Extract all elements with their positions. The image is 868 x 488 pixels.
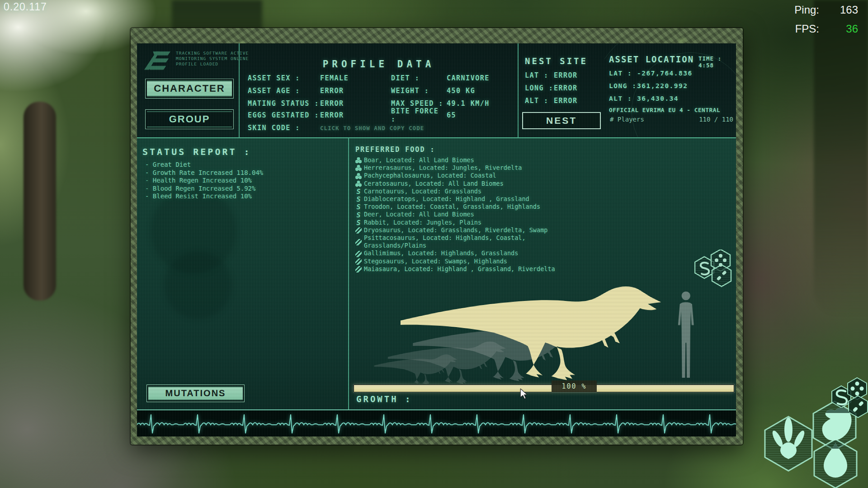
food-type-icon xyxy=(355,204,362,210)
status-report-list: Great DietGrowth Rate Increased 118.04%H… xyxy=(145,161,263,201)
ping-label: Ping: xyxy=(794,4,819,16)
asset-sex-value: FEMALE xyxy=(320,74,349,82)
food-type-icon xyxy=(355,196,362,202)
header-section: TRACKING SOFTWARE ACTIVE MONITORING SYST… xyxy=(137,43,736,138)
status-report-pane: STATUS REPORT : Great DietGrowth Rate In… xyxy=(137,138,347,410)
preferred-food-item: Psittacosaurus, Located: Highlands, Coas… xyxy=(355,234,580,249)
food-item-text: Rabbit, Located: Jungles, Plains xyxy=(364,219,481,226)
hanging-foliage xyxy=(814,0,868,316)
tracker-status-lines: TRACKING SOFTWARE ACTIVE MONITORING SYST… xyxy=(176,51,249,71)
asset-age-label: ASSET AGE : xyxy=(248,87,320,95)
players-label: # Players xyxy=(610,116,644,123)
preferred-food-item: Troodon, Located: Coastal, Grasslands, H… xyxy=(355,203,580,211)
asset-time: TIME : 4:58 xyxy=(698,55,736,69)
diet-value: CARNIVORE xyxy=(447,74,490,82)
food-item-text: Carnotaurus, Located: Grasslands xyxy=(364,188,481,195)
food-type-icon xyxy=(355,258,362,265)
status-report-item: Growth Rate Increased 118.04% xyxy=(145,169,263,177)
growth-progress-fill xyxy=(354,385,734,392)
asset-alt-value: 36,430.34 xyxy=(637,95,679,102)
nest-alt-label: ALT : xyxy=(525,97,554,105)
body-section: STATUS REPORT : Great DietGrowth Rate In… xyxy=(137,138,736,410)
fps-value: 36 xyxy=(835,23,858,35)
food-item-text: Stegosaurus, Located: Swamps, Highlands xyxy=(364,258,507,265)
bite-force-value: 65 xyxy=(447,111,456,119)
cluster-dots-icon xyxy=(715,254,726,267)
preferred-food-item: Boar, Located: All Land Biomes xyxy=(355,156,580,164)
character-tab-button[interactable]: CHARACTER xyxy=(145,79,234,99)
game-version: 0.20.117 xyxy=(4,1,47,13)
skin-code-label: SKIN CODE : xyxy=(248,124,320,132)
preferred-food-item: Gallimimus, Located: Highlands, Grasslan… xyxy=(355,249,580,257)
preferred-food-item: Maiasaura, Located: Highland , Grassland… xyxy=(355,265,580,273)
status-report-title: STATUS REPORT : xyxy=(142,146,251,157)
nest-long-value: ERROR xyxy=(554,84,578,92)
tracker-panel-frame: TRACKING SOFTWARE ACTIVE MONITORING SYST… xyxy=(131,28,743,445)
mutations-button-label: MUTATIONS xyxy=(148,386,243,400)
food-item-text: Ceratosaurus, Located: All Land Biomes xyxy=(364,180,504,188)
nest-site-section: NEST SITE LAT :ERROR LONG :ERROR ALT :ER… xyxy=(518,43,604,137)
food-item-text: Dryosaurus, Located: Grasslands, Riverde… xyxy=(364,226,547,234)
status-report-item: Health Regen Increased 10% xyxy=(145,177,263,185)
cluster-diet-hex xyxy=(711,249,730,271)
food-item-text: Maiasaura, Located: Highland , Grassland… xyxy=(364,265,555,273)
character-tab-label: CHARACTER xyxy=(147,80,232,97)
tracker-screen: TRACKING SOFTWARE ACTIVE MONITORING SYST… xyxy=(137,43,736,436)
food-and-growth-pane: PREFERRED FOOD : Boar, Located: All Land… xyxy=(348,138,736,410)
asset-lat-value: -267,764.836 xyxy=(637,70,693,77)
asset-lat-label: LAT : xyxy=(609,70,637,77)
profile-data-title: PROFILE DATA xyxy=(240,59,518,70)
max-speed-label: MAX SPEED : xyxy=(391,99,447,108)
preferred-food-item: Carnotaurus, Located: Grasslands xyxy=(355,188,580,195)
asset-long-label: LONG : xyxy=(609,82,637,89)
preferred-food-item: Rabbit, Located: Jungles, Plains xyxy=(355,219,580,226)
mouse-cursor xyxy=(519,389,529,399)
nest-button-label: NEST xyxy=(524,114,599,127)
food-item-text: Pachycephalosaurus, Located: Coastal xyxy=(364,172,496,179)
food-item-text: Deer, Located: All Land Biomes xyxy=(364,211,474,218)
preferred-food-item: Pachycephalosaurus, Located: Coastal xyxy=(355,172,580,179)
preferred-food-item: Herrerasaurus, Located: Jungles, Riverde… xyxy=(355,164,580,172)
food-type-icon xyxy=(355,165,362,171)
mutations-button[interactable]: MUTATIONS xyxy=(146,385,245,402)
food-item-text: Gallimimus, Located: Highlands, Grasslan… xyxy=(364,249,518,257)
food-type-icon xyxy=(355,212,362,218)
growth-progress-bar xyxy=(354,385,734,392)
meat-squiggle-icon xyxy=(701,263,709,274)
skin-code-value[interactable]: CLICK TO SHOW AND COPY CODE xyxy=(320,125,424,131)
human-scale-silhouette xyxy=(678,291,694,378)
nest-button[interactable]: NEST xyxy=(522,112,601,129)
heartbeat-monitor-strip xyxy=(137,409,736,436)
asset-age-value: ERROR xyxy=(320,87,344,95)
food-type-icon xyxy=(355,239,362,245)
server-name: OFFICIAL EVRIMA EU 4 - CENTRAL xyxy=(609,107,720,113)
food-item-text: Boar, Located: All Land Biomes xyxy=(364,156,474,164)
food-type-icon xyxy=(355,266,362,272)
food-item-text: Diabloceratops, Located: Highland , Gras… xyxy=(364,195,529,203)
asset-location-section: ASSET LOCATION TIME : 4:58 LAT :-267,764… xyxy=(604,43,736,137)
growth-label: GROWTH : xyxy=(356,394,412,404)
nest-lat-value: ERROR xyxy=(554,71,578,80)
preferred-food-item: Ceratosaurus, Located: All Land Biomes xyxy=(355,180,580,188)
diet-label: DIET : xyxy=(391,74,447,82)
food-type-icon xyxy=(355,173,362,179)
meat-diet-hex xyxy=(695,257,714,278)
eggs-gestated-label: EGGS GESTATED : xyxy=(248,111,320,119)
food-type-icon xyxy=(355,251,362,257)
status-report-item: Great Diet xyxy=(145,161,263,169)
tracker-logo-icon xyxy=(143,51,171,71)
preferred-food-item: Diabloceratops, Located: Highland , Gras… xyxy=(355,195,580,203)
food-type-icon xyxy=(355,220,362,226)
watermark-ring xyxy=(164,251,232,319)
ekg-waveform xyxy=(137,410,736,436)
nest-site-title: NEST SITE xyxy=(525,56,588,66)
preferred-food-item: Stegosaurus, Located: Swamps, Highlands xyxy=(355,258,580,265)
group-tab-button[interactable]: GROUP xyxy=(145,109,234,129)
nest-lat-label: LAT : xyxy=(525,71,554,80)
preferred-food-item: Dryosaurus, Located: Grasslands, Riverde… xyxy=(355,226,580,234)
plant-slash-icon xyxy=(717,270,727,281)
growth-tooltip: 100 % xyxy=(552,380,597,392)
weight-value: 450 KG xyxy=(447,87,475,95)
food-type-icon xyxy=(355,227,362,234)
asset-long-value: 361,220.992 xyxy=(637,82,688,89)
